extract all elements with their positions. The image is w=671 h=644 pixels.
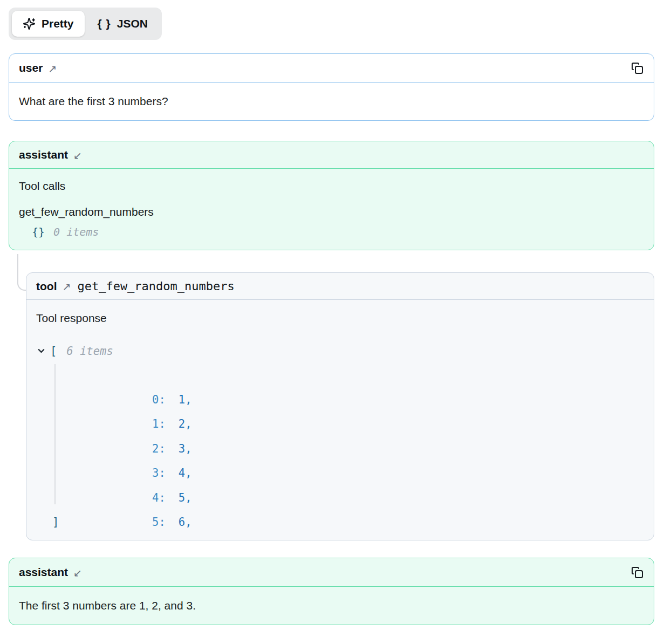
entry-index: 2: bbox=[152, 442, 166, 455]
role-label: user bbox=[19, 61, 43, 74]
copy-icon bbox=[631, 566, 643, 579]
entry-value: 4, bbox=[179, 467, 192, 479]
entry-value: 3, bbox=[179, 442, 192, 455]
close-bracket: ] bbox=[52, 516, 59, 529]
entry-index: 3: bbox=[152, 467, 166, 479]
tab-pretty[interactable]: Pretty bbox=[12, 11, 85, 37]
items-count-summary: 6 items bbox=[66, 345, 113, 358]
assistant-tool-call-header: assistant ↙ bbox=[9, 141, 654, 169]
assistant-tool-call-body: Tool calls get_few_random_numbers {}0 it… bbox=[9, 169, 654, 250]
args-items-summary: 0 items bbox=[53, 225, 99, 238]
arrow-up-right-icon: ↗ bbox=[48, 63, 57, 75]
assistant-final-header: assistant ↙ bbox=[9, 558, 654, 587]
entry-index: 4: bbox=[152, 491, 166, 504]
role-label: assistant bbox=[19, 148, 68, 161]
entry-value: 5, bbox=[179, 491, 192, 504]
user-message-content: What are the first 3 numbers? bbox=[9, 83, 654, 120]
entry-value: 2, bbox=[179, 417, 192, 430]
braces-icon: { } bbox=[98, 17, 111, 30]
empty-object-braces: {} bbox=[32, 225, 45, 238]
copy-icon bbox=[631, 61, 643, 74]
entry-index: 0: bbox=[152, 393, 166, 406]
entry-index: 5: bbox=[152, 516, 166, 529]
tab-pretty-label: Pretty bbox=[42, 17, 74, 30]
tool-response-section-label: Tool response bbox=[26, 311, 644, 326]
entry-index: 1: bbox=[152, 417, 166, 430]
entry-value: 1, bbox=[179, 393, 192, 406]
json-tree-entry: 0:1, bbox=[26, 363, 644, 388]
sparkles-icon bbox=[23, 17, 36, 30]
arrow-down-left-icon: ↙ bbox=[73, 149, 82, 162]
open-bracket: [ bbox=[50, 345, 57, 358]
tool-call-args: {}0 items bbox=[19, 224, 644, 240]
json-tree-root: [ 6 items bbox=[26, 339, 644, 363]
assistant-final-content: The first 3 numbers are 1, 2, and 3. bbox=[9, 587, 654, 625]
arrow-up-right-icon: ↗ bbox=[62, 280, 71, 293]
user-message-header: user ↗ bbox=[9, 54, 654, 83]
entry-value: 6, bbox=[179, 516, 192, 529]
chevron-down-icon[interactable] bbox=[37, 347, 47, 355]
tab-json-label: JSON bbox=[117, 17, 148, 30]
tool-message-header: tool ↗ get_few_random_numbers bbox=[26, 273, 654, 300]
role-label: assistant bbox=[19, 566, 68, 579]
arrow-down-left-icon: ↙ bbox=[73, 567, 82, 579]
user-message-card: user ↗ What are the first 3 numbers? bbox=[9, 53, 654, 121]
assistant-final-card: assistant ↙ The first 3 numbers are 1, 2… bbox=[9, 558, 654, 625]
trace-view: Pretty { } JSON user ↗ What are the firs… bbox=[0, 0, 671, 644]
tool-message-card: tool ↗ get_few_random_numbers Tool respo… bbox=[26, 272, 654, 540]
assistant-tool-call-card: assistant ↙ Tool calls get_few_random_nu… bbox=[9, 141, 654, 250]
tab-json[interactable]: { } JSON bbox=[87, 11, 159, 37]
tool-message-body: Tool response [ 6 items 0:1, 1:2, bbox=[26, 300, 654, 540]
copy-button[interactable] bbox=[630, 61, 644, 75]
copy-button[interactable] bbox=[630, 565, 644, 579]
role-label: tool bbox=[36, 280, 57, 293]
json-tree: [ 6 items 0:1, 1:2, 2:3, 3:4, 4:5, 5 bbox=[26, 339, 644, 535]
view-format-toggle: Pretty { } JSON bbox=[9, 8, 162, 40]
tool-name: get_few_random_numbers bbox=[77, 279, 234, 293]
tool-call-name: get_few_random_numbers bbox=[19, 204, 644, 220]
tree-guide-line bbox=[54, 364, 56, 504]
tool-calls-section-label: Tool calls bbox=[19, 179, 644, 194]
json-tree-entries: 0:1, 1:2, 2:3, 3:4, 4:5, 5:6, bbox=[26, 363, 644, 510]
